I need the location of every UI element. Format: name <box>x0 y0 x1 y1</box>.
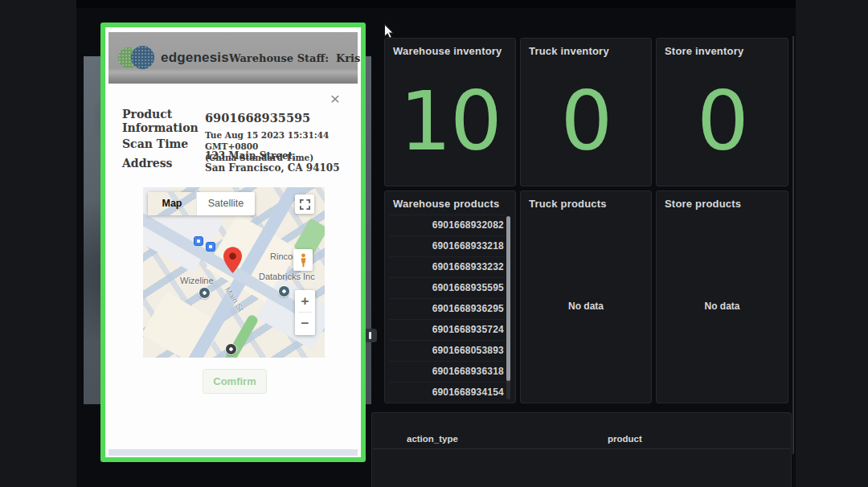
close-icon[interactable]: × <box>326 90 344 108</box>
map-button[interactable]: Map <box>148 192 196 215</box>
address-value: 123 Main Street, San Francisco, CA 94105 <box>205 150 340 174</box>
no-data-label: No data <box>521 301 651 312</box>
panel-truck-inventory: Truck inventory 0 <box>520 38 652 186</box>
product-id-value: 6901668935595 <box>205 111 310 125</box>
brand-name: edgenesis <box>161 50 229 66</box>
panel-title[interactable]: Store inventory <box>657 39 788 57</box>
transit-station-icon[interactable] <box>194 236 203 246</box>
poi-marker-icon[interactable] <box>225 343 237 355</box>
list-scrollbar-thumb[interactable] <box>506 216 510 381</box>
stat-value: 0 <box>561 80 612 162</box>
product-row: 6901668932082 <box>389 215 506 236</box>
panel-warehouse-inventory: Warehouse inventory 10 <box>384 38 516 186</box>
product-row: 6901668933218 <box>389 236 506 257</box>
column-header-product[interactable]: product <box>608 434 642 444</box>
transit-station-icon[interactable] <box>206 242 215 252</box>
staff-info: Warehouse Staff: Kris <box>229 52 360 64</box>
zoom-out-button[interactable]: − <box>295 313 315 334</box>
column-header-action-type[interactable]: action_type <box>407 434 458 444</box>
table-header-divider <box>373 448 790 449</box>
screen: Warehouse inventory 10 Truck inventory 0… <box>0 0 868 487</box>
list-scrollbar-track <box>506 216 510 399</box>
staff-label: Warehouse Staff: <box>229 52 329 64</box>
dashboard-top-strip <box>76 0 796 8</box>
panel-title[interactable]: Warehouse products <box>385 191 515 210</box>
map-label-wizeline: Wizeline <box>180 276 214 285</box>
address-label: Address <box>122 157 199 170</box>
map-type-control: Map Satellite <box>148 192 255 215</box>
pegman-icon <box>299 252 308 268</box>
product-row: 6901668935595 <box>389 278 506 299</box>
fullscreen-icon <box>300 199 310 210</box>
panel-title[interactable]: Warehouse inventory <box>385 39 515 57</box>
panel-store-products: Store products No data <box>656 190 788 403</box>
product-info-label: Product Information <box>122 108 199 135</box>
pegman-button[interactable] <box>293 249 313 271</box>
address-line1: 123 Main Street, <box>205 150 340 162</box>
edgenesis-logo-icon <box>118 46 155 70</box>
product-row: 6901668053893 <box>389 341 506 362</box>
product-row: 6901668936295 <box>389 299 506 320</box>
confirm-button[interactable]: Comfirm <box>203 369 267 394</box>
staff-name: Kris <box>336 52 360 64</box>
mouse-cursor <box>383 23 395 39</box>
fullscreen-button[interactable] <box>295 194 314 214</box>
product-list: 6901668932082 6901668933218 690166893323… <box>389 215 506 403</box>
scan-time-label: Scan Time <box>122 137 199 151</box>
modal-footer-strip <box>108 449 358 456</box>
map-pin-icon[interactable] <box>223 247 242 273</box>
panel-actions-table: action_type product <box>371 412 792 487</box>
product-row: 6901668935724 <box>389 320 506 341</box>
stat-value: 0 <box>697 80 747 162</box>
poi-marker-icon[interactable] <box>199 287 211 299</box>
panel-title[interactable]: Truck inventory <box>521 39 651 57</box>
product-row: 6901668933232 <box>389 257 506 278</box>
panel-warehouse-products: Warehouse products 6901668932082 6901668… <box>384 190 516 403</box>
dashboard-scrollbar[interactable] <box>792 36 794 454</box>
panel-title[interactable]: Truck products <box>521 191 651 210</box>
map-zoom-control: + − <box>295 290 315 335</box>
no-data-label: No data <box>657 301 788 312</box>
satellite-button[interactable]: Satellite <box>196 192 255 215</box>
product-row: 6901668936318 <box>389 362 506 383</box>
map-label-databricks: Databricks Inc <box>259 272 315 281</box>
scan-time-line1: Tue Aug 15 2023 15:31:44 GMT+0800 <box>205 129 361 152</box>
address-line2: San Francisco, CA 94105 <box>205 162 340 174</box>
panel-store-inventory: Store inventory 0 <box>656 38 788 186</box>
zoom-in-button[interactable]: + <box>295 290 315 312</box>
panel-truck-products: Truck products No data <box>520 190 652 403</box>
map-embed[interactable]: Wizeline Databricks Inc Rincon Main St M… <box>143 187 325 358</box>
stat-value: 10 <box>399 80 501 162</box>
product-row: 6901668934154 <box>389 383 506 403</box>
poi-marker-icon[interactable] <box>278 285 290 297</box>
panel-title[interactable]: Store products <box>657 191 788 210</box>
modal-header: edgenesis Warehouse Staff: Kris <box>108 32 358 84</box>
product-scan-modal: edgenesis Warehouse Staff: Kris × Produc… <box>100 23 366 462</box>
